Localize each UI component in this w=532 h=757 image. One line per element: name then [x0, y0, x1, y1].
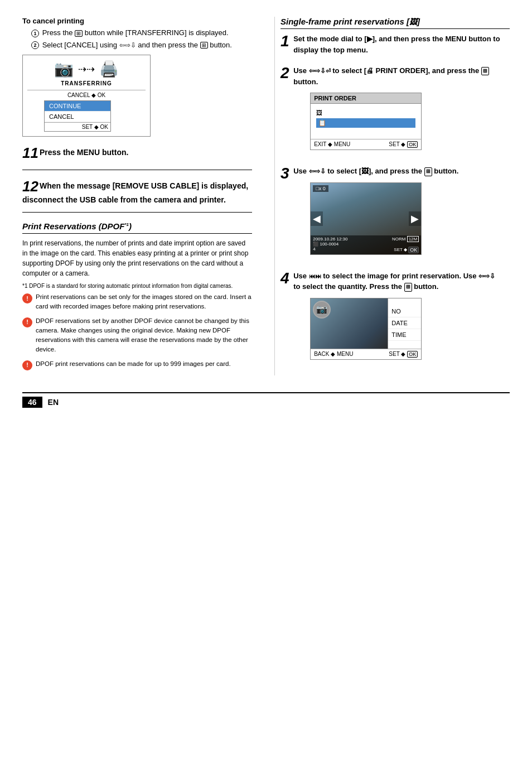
right-step-1-num: 1	[280, 32, 289, 50]
right-step-2: 2 Use ⇦⇨⇩⏎ to select [🖨 PRINT ORDER], an…	[280, 65, 510, 156]
cancel-step-1: 1 Press the ⊞ button while [TRANSFERRING…	[22, 28, 252, 37]
preview-norm-label: NORM 12M	[392, 237, 419, 242]
set-ok-label-2: SET ◆ OK	[389, 141, 418, 148]
right-step-1-text: Set the mode dial to [▶], and then press…	[293, 33, 500, 55]
warning-2-text: DPOF reservations set by another DPOF de…	[36, 316, 252, 355]
step4-menu-no[interactable]: NO	[388, 306, 421, 317]
single-frame-header: Single-frame print reservations [🖼]	[280, 17, 510, 29]
print-order-item-1: 🖼	[316, 109, 415, 116]
transferring-icons: 📷 ⇢⇢ 🖨️	[27, 60, 146, 78]
warning-3: ! DPOF print reservations can be made fo…	[22, 359, 252, 370]
ok-icon-3: OK	[408, 247, 419, 253]
cancel-step-2-text: Select [CANCEL] using ⇦⇨⇩ and then press…	[42, 41, 232, 49]
right-step-1-content: Set the mode dial to [▶], and then press…	[293, 33, 500, 55]
button-icon-step4: ⊞	[404, 283, 412, 292]
warning-2: ! DPOF reservations set by another DPOF …	[22, 316, 252, 355]
step-12-num: 12	[22, 178, 38, 195]
menu-item-continue[interactable]: CONTINUE	[45, 101, 110, 112]
warning-icon-3: !	[22, 360, 32, 370]
warning-3-text: DPOF print reservations can be made for …	[36, 359, 231, 370]
right-step-4: 4 Use ⏮⏭ to select the image for print r…	[280, 271, 510, 365]
warning-1: ! Print reservations can be set only for…	[22, 292, 252, 312]
footnote: *1 DPOF is a standard for storing automa…	[22, 283, 252, 289]
prev-image-arrow[interactable]: ◀	[311, 211, 323, 226]
print-order-body: 🖼 📋	[311, 104, 421, 139]
right-step-3-num: 3	[280, 165, 289, 182]
print-icon-single: 🖼	[316, 109, 322, 116]
warning-1-text: Print reservations can be set only for t…	[36, 292, 252, 312]
printer-icon: 🖨️	[99, 60, 119, 78]
step4-menu: NO DATE TIME	[388, 298, 421, 349]
left-column: To cancel printing 1 Press the ⊞ button …	[22, 17, 258, 375]
preview-num-row: 4 SET ◆ OK	[313, 247, 419, 253]
right-step-2-content: Use ⇦⇨⇩⏎ to select [🖨 PRINT ORDER], and …	[293, 65, 500, 156]
next-image-arrow[interactable]: ▶	[409, 211, 421, 226]
back-menu-label: BACK ◆ MENU	[314, 351, 353, 358]
print-counter: □x 0	[313, 185, 328, 192]
ok-icon-4: OK	[407, 351, 418, 358]
step-num-1: 1	[31, 30, 39, 37]
menu-item-cancel[interactable]: CANCEL	[45, 112, 110, 122]
print-reservations-header: Print Reservations (DPOF*1)	[22, 221, 252, 234]
step-11-text: Press the MENU button.	[40, 148, 128, 157]
right-step-4-text: Use ⏮⏭ to select the image for print res…	[293, 271, 500, 292]
step-11: 11Press the MENU button.	[22, 144, 252, 162]
right-step-3-content: Use ⇦⇨⇩ to select [🖼], and press the ⊞ b…	[293, 166, 500, 261]
step-12-text: When the message [REMOVE USB CABLE] is d…	[22, 181, 248, 204]
step-12: 12When the message [REMOVE USB CABLE] is…	[22, 178, 252, 204]
right-step-3-text: Use ⇦⇨⇩ to select [🖼], and press the ⊞ b…	[293, 166, 500, 177]
print-order-header-label: PRINT ORDER	[311, 93, 421, 104]
ok-icon-2: OK	[407, 141, 418, 148]
print-order-box: PRINT ORDER 🖼 📋 EXIT ◆ MENU SET ◆ OK	[310, 93, 422, 150]
right-column: Single-frame print reservations [🖼] 1 Se…	[274, 17, 510, 375]
print-icon-all: 📋	[318, 119, 326, 127]
step4-menu-time[interactable]: TIME	[388, 329, 421, 341]
transferring-label: TRANSFERRING	[27, 80, 146, 86]
cancel-steps-list: 1 Press the ⊞ button while [TRANSFERRING…	[22, 28, 252, 49]
right-step-1: 1 Set the mode dial to [▶], and then pre…	[280, 33, 510, 55]
transfer-arrow-icon: ⇢⇢	[78, 63, 95, 75]
set-ok-bar: SET ◆ OK	[45, 122, 110, 131]
print-order-item-2: 📋	[316, 118, 415, 128]
step4-box: 📷 NO DATE TIME BACK ◆ MENU SET ◆ OK	[310, 298, 422, 360]
right-step-4-num: 4	[280, 269, 289, 287]
preview-number: 4	[313, 247, 315, 253]
button-icon-2: ⊞	[200, 42, 208, 49]
print-reservations-title: Print Reservations (DPOF*1)	[22, 221, 132, 231]
cancel-ok-bar: CANCEL ◆ OK	[27, 90, 146, 98]
right-step-4-content: Use ⏮⏭ to select the image for print res…	[293, 271, 500, 365]
page-footer: 46 EN	[22, 392, 510, 408]
set-ok-label-3: SET ◆ OK	[394, 247, 419, 253]
cancel-printing-title: To cancel printing	[22, 17, 252, 25]
image-preview-box: □x 0 ◀ ▶ NORM 12M 2009.10.26 12:30 ⬛ 100…	[310, 182, 422, 255]
step4-image-area: 📷 NO DATE TIME	[311, 298, 421, 349]
preview-folder: ⬛ 100-0004	[313, 242, 419, 247]
transferring-image-box: 📷 ⇢⇢ 🖨️ TRANSFERRING CANCEL ◆ OK CONTINU…	[22, 55, 151, 137]
button-icon-step3: ⊞	[424, 167, 432, 176]
page-num-value: 46	[28, 398, 37, 407]
button-icon-1: ⊞	[75, 30, 83, 37]
right-step-2-text: Use ⇦⇨⇩⏎ to select [🖨 PRINT ORDER], and …	[293, 65, 500, 87]
camera-icon: 📷	[54, 60, 74, 78]
single-frame-title: Single-frame print reservations [🖼]	[280, 17, 420, 26]
button-icon-step2: ⊞	[481, 67, 489, 76]
cancel-step-1-text: Press the ⊞ button while [TRANSFERRING] …	[42, 28, 229, 37]
print-reservations-info: In print reservations, the number of pri…	[22, 238, 252, 278]
step4-camera-circle: 📷	[313, 301, 331, 319]
set-ok-label-4: SET ◆ OK	[389, 351, 418, 358]
cancel-step-2: 2 Select [CANCEL] using ⇦⇨⇩ and then pre…	[22, 41, 252, 50]
step-num-2: 2	[31, 41, 39, 49]
menu-dropdown: CONTINUE CANCEL SET ◆ OK	[44, 100, 111, 132]
preview-info: NORM 12M 2009.10.26 12:30 ⬛ 100-0004 4 S…	[311, 235, 421, 254]
right-step-3: 3 Use ⇦⇨⇩ to select [🖼], and press the ⊞…	[280, 166, 510, 261]
warning-icon-1: !	[22, 293, 32, 303]
step-11-num: 11	[22, 144, 38, 161]
exit-menu-label: EXIT ◆ MENU	[314, 141, 350, 148]
page-lang: EN	[48, 398, 59, 407]
page-number: 46	[22, 397, 42, 408]
right-step-2-num: 2	[280, 64, 289, 81]
step4-menu-date[interactable]: DATE	[388, 317, 421, 329]
print-order-footer: EXIT ◆ MENU SET ◆ OK	[311, 139, 421, 150]
step4-footer: BACK ◆ MENU SET ◆ OK	[311, 349, 421, 359]
warning-icon-2: !	[22, 317, 32, 327]
